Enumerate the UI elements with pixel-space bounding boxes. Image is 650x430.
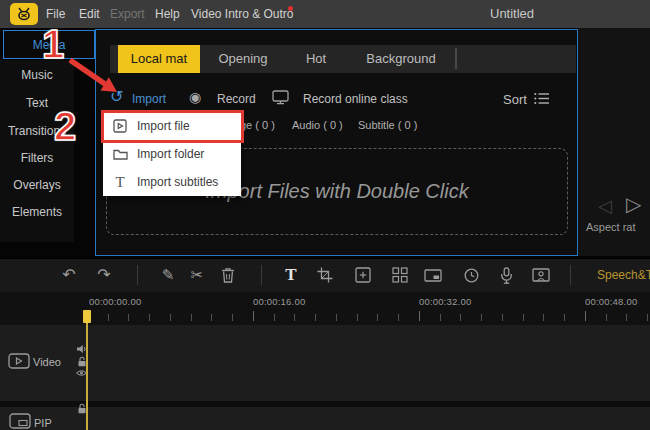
category-audio-count[interactable]: Audio ( 0 ) bbox=[292, 119, 343, 131]
speech-to-text-button[interactable]: Speech&Te bbox=[597, 268, 650, 282]
ruler-ticks bbox=[87, 314, 650, 321]
scissors-icon[interactable]: ✂ bbox=[188, 266, 206, 284]
subtitle-t-icon: T bbox=[103, 174, 137, 191]
zoom-frame-icon[interactable] bbox=[354, 266, 372, 284]
text-tool-icon[interactable]: T bbox=[282, 266, 300, 284]
sidebar-item-overlays[interactable]: Overlays bbox=[0, 178, 74, 192]
tab-hot[interactable]: Hot bbox=[292, 45, 340, 73]
record-online-class-icon[interactable] bbox=[272, 90, 290, 105]
annotation-step-2: 2 bbox=[54, 104, 76, 149]
toolbar-divider bbox=[137, 265, 138, 285]
pip-track-icon bbox=[9, 413, 31, 429]
app-window: File Edit Export Help Video Intro & Outr… bbox=[0, 0, 650, 430]
project-title: Untitled bbox=[490, 6, 534, 21]
microphone-icon[interactable] bbox=[497, 266, 515, 284]
ruler-major-tick bbox=[253, 311, 254, 321]
portrait-icon[interactable] bbox=[532, 266, 550, 284]
sort-button[interactable]: Sort bbox=[503, 92, 527, 107]
ruler-timestamp: 00:00:32.00 bbox=[419, 296, 471, 307]
menu-item-import-subtitles[interactable]: T Import subtitles bbox=[103, 168, 241, 196]
crop-icon[interactable] bbox=[316, 266, 334, 284]
ruler-timestamp: 00:00:48.00 bbox=[585, 296, 637, 307]
pip-track-row[interactable] bbox=[0, 407, 650, 430]
folder-icon bbox=[103, 148, 137, 160]
mosaic-icon[interactable] bbox=[391, 266, 409, 284]
tab-local-material[interactable]: Local mat bbox=[118, 45, 200, 73]
video-track-row[interactable] bbox=[0, 325, 650, 401]
annotation-arrow bbox=[55, 48, 125, 100]
menu-item-label: Import subtitles bbox=[137, 175, 218, 189]
pip-track-label: PIP bbox=[34, 417, 52, 429]
duration-clock-icon[interactable] bbox=[462, 266, 480, 284]
menu-file[interactable]: File bbox=[46, 7, 65, 21]
notification-dot bbox=[288, 6, 293, 11]
ruler-major-tick bbox=[419, 311, 420, 321]
record-icon[interactable]: ◉ bbox=[189, 90, 201, 104]
undo-icon[interactable]: ↶ bbox=[60, 266, 78, 284]
trash-icon[interactable] bbox=[219, 266, 237, 284]
pencil-icon[interactable]: ✎ bbox=[159, 266, 177, 284]
sidebar-item-filters[interactable]: Filters bbox=[0, 151, 74, 165]
app-logo[interactable] bbox=[10, 3, 38, 25]
title-bar: File Edit Export Help Video Intro & Outr… bbox=[0, 0, 650, 28]
ruler-timestamp: 00:00:16.00 bbox=[253, 296, 305, 307]
toolbar-divider bbox=[570, 265, 571, 285]
ruler-timestamp: 00:00:00.00 bbox=[89, 296, 141, 307]
menu-video-intro-outro[interactable]: Video Intro & Outro bbox=[191, 7, 294, 21]
sidebar-item-elements[interactable]: Elements bbox=[0, 205, 74, 219]
menu-export: Export bbox=[110, 7, 145, 21]
aspect-ratio-label[interactable]: Aspect rat bbox=[586, 221, 636, 233]
tab-background[interactable]: Background bbox=[360, 45, 442, 73]
toolbar-divider bbox=[261, 265, 262, 285]
previous-frame-icon[interactable]: ◁ bbox=[598, 197, 612, 215]
menu-edit[interactable]: Edit bbox=[79, 7, 100, 21]
video-track-icon bbox=[8, 353, 30, 369]
tabstrip-scroll-divider bbox=[455, 48, 457, 69]
sort-list-icon[interactable] bbox=[534, 92, 550, 105]
bee-logo-icon bbox=[14, 6, 34, 22]
pip-tool-icon[interactable] bbox=[424, 266, 442, 284]
ruler-major-tick bbox=[585, 311, 586, 321]
menu-item-import-folder[interactable]: Import folder bbox=[103, 140, 241, 168]
record-button[interactable]: Record bbox=[217, 92, 256, 106]
category-subtitle-count[interactable]: Subtitle ( 0 ) bbox=[358, 119, 417, 131]
play-icon[interactable]: ▷ bbox=[626, 195, 641, 213]
playhead-line[interactable] bbox=[86, 310, 88, 430]
category-image-count[interactable]: ge ( 0 ) bbox=[240, 119, 275, 131]
annotation-highlight-box bbox=[101, 110, 244, 143]
video-track-label: Video bbox=[33, 356, 61, 368]
redo-icon[interactable]: ↷ bbox=[95, 266, 113, 284]
tab-opening[interactable]: Opening bbox=[210, 45, 276, 73]
menu-help[interactable]: Help bbox=[155, 7, 180, 21]
playhead-handle[interactable] bbox=[83, 310, 91, 323]
import-button[interactable]: Import bbox=[132, 92, 166, 106]
dropzone-text: Import Files with Double Click bbox=[205, 180, 468, 203]
record-online-class-button[interactable]: Record online class bbox=[303, 92, 408, 106]
menu-item-label: Import folder bbox=[137, 147, 204, 161]
